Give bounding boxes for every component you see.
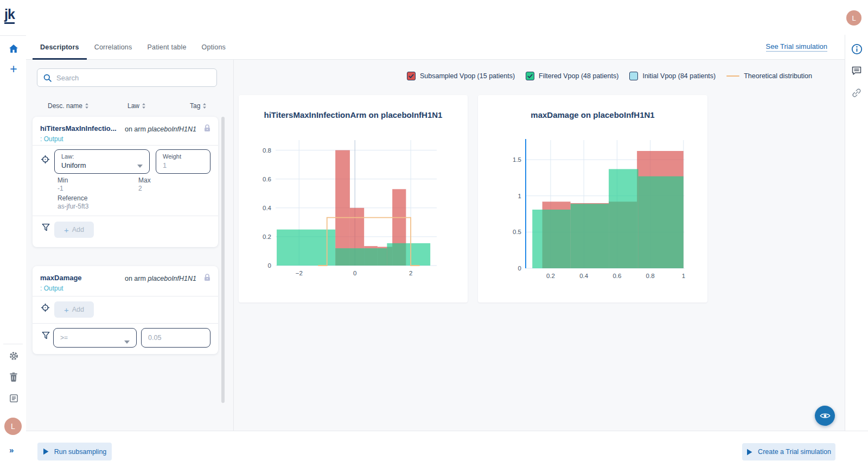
plus-icon: +: [64, 306, 69, 314]
search-input[interactable]: [56, 74, 211, 82]
histogram-maxDamage[interactable]: 0.20.40.60.8100.511.5: [478, 95, 707, 302]
add-filter-button[interactable]: + Add: [54, 222, 94, 238]
descriptor-card-hiTitersMaxInInfectionArm: hiTitersMaxInInfectio... on arm placeboI…: [33, 117, 218, 247]
sort-column-desc-name[interactable]: Desc. name: [48, 102, 127, 110]
svg-text:0: 0: [353, 270, 356, 276]
legend-item[interactable]: Theoretical distribution: [726, 72, 812, 80]
svg-text:1.5: 1.5: [513, 156, 521, 163]
see-trial-simulation-link[interactable]: See Trial simulation: [766, 42, 827, 52]
svg-text:0.5: 0.5: [513, 229, 521, 235]
legend-label: Subsampled Vpop (15 patients): [420, 72, 515, 80]
legend-label: Filtered Vpop (48 patients): [539, 72, 618, 80]
comments-icon[interactable]: [851, 65, 863, 77]
reference-label: Reference: [58, 194, 87, 202]
descriptor-type-label: : Output: [40, 135, 63, 143]
descriptor-name: hiTitersMaxInInfectio...: [40, 124, 117, 133]
legend-item[interactable]: Subsampled Vpop (15 patients): [407, 72, 515, 80]
legend-item[interactable]: Filtered Vpop (48 patients): [526, 72, 618, 80]
create-trial-simulation-button[interactable]: Create a Trial simulation: [742, 443, 835, 461]
report-document-icon[interactable]: [8, 392, 20, 404]
lock-icon[interactable]: [203, 273, 212, 284]
max-value: 2: [138, 185, 142, 192]
svg-text:1: 1: [682, 273, 685, 279]
chart-card-hiTitersMaxInInfectionArm: −20200.20.40.60.8 hiTitersMaxInInfection…: [239, 95, 468, 302]
chevron-down-icon: [137, 160, 143, 170]
home-icon[interactable]: [8, 43, 20, 55]
histogram-hiTitersMaxInInfectionArm[interactable]: −20200.20.40.60.8: [239, 95, 468, 302]
filter-operator-select[interactable]: >=: [53, 328, 137, 348]
tab-bar: Descriptors Correlations Patient table O…: [26, 35, 845, 60]
user-avatar[interactable]: L: [846, 10, 861, 26]
divider: [33, 145, 218, 146]
divider: [33, 216, 218, 216]
svg-text:0.6: 0.6: [263, 176, 271, 182]
plus-icon: +: [64, 226, 69, 234]
svg-text:−2: −2: [296, 270, 303, 276]
filter-value-input[interactable]: 0.05: [141, 328, 210, 348]
min-label: Min: [58, 176, 68, 184]
expand-sidebar-chevrons[interactable]: »: [9, 445, 14, 455]
divider: [233, 60, 234, 431]
chart-card-maxDamage: 0.20.40.60.8100.511.5 maxDamage on place…: [478, 95, 707, 302]
tab-correlations[interactable]: Correlations: [87, 35, 140, 59]
info-icon[interactable]: [851, 43, 863, 55]
sort-icon: [85, 103, 89, 109]
svg-text:0.2: 0.2: [263, 234, 271, 240]
preview-eye-button[interactable]: [815, 406, 835, 426]
svg-text:0.8: 0.8: [263, 147, 271, 154]
panel-scrollbar[interactable]: [221, 117, 225, 403]
run-subsampling-button[interactable]: Run subsampling: [37, 443, 112, 461]
weight-field[interactable]: Weight 1: [156, 149, 210, 174]
descriptor-arm: on arm placeboInfH1N1: [125, 275, 196, 282]
tab-descriptors[interactable]: Descriptors: [33, 35, 87, 59]
legend-checkbox-checked[interactable]: [526, 72, 534, 80]
tab-options[interactable]: Options: [194, 35, 233, 59]
chart-title: hiTitersMaxInInfectionArm on placeboInfH…: [239, 110, 468, 119]
footer-bar: Run subsampling Create a Trial simulatio…: [26, 431, 868, 473]
trash-icon[interactable]: [8, 371, 20, 383]
legend-label: Initial Vpop (84 patients): [642, 72, 716, 80]
descriptor-type-label: : Output: [40, 285, 63, 292]
legend-checkbox-checked[interactable]: [407, 72, 416, 80]
filter-funnel-icon: [42, 331, 50, 342]
add-law-button[interactable]: + Add: [54, 301, 94, 318]
svg-text:0.6: 0.6: [612, 273, 621, 279]
descriptor-arm: on arm placeboInfH1N1: [125, 125, 196, 133]
legend-item[interactable]: Initial Vpop (84 patients): [629, 72, 716, 80]
list-header: Desc. name Law Tag: [48, 102, 227, 110]
reference-value: as-jfur-5ft3: [58, 203, 88, 210]
svg-text:0.4: 0.4: [579, 273, 589, 279]
law-select[interactable]: Law: Uniform: [54, 149, 150, 174]
left-sidebar: jk + L »: [0, 0, 26, 473]
descriptor-card-maxDamage: maxDamage on arm placeboInfH1N1 : Output…: [33, 266, 218, 354]
sort-column-tag[interactable]: Tag: [190, 102, 207, 110]
svg-text:0.4: 0.4: [263, 205, 272, 211]
chart-legend: Subsampled Vpop (15 patients)Filtered Vp…: [407, 72, 812, 80]
descriptor-name: maxDamage: [40, 274, 82, 282]
svg-text:1: 1: [518, 193, 521, 199]
link-icon[interactable]: [851, 87, 863, 99]
lock-icon[interactable]: [203, 124, 212, 135]
app-logo[interactable]: jk: [4, 7, 15, 24]
add-icon[interactable]: +: [8, 63, 20, 75]
svg-text:2: 2: [409, 270, 412, 276]
target-icon: [41, 155, 50, 166]
legend-checkbox-unchecked[interactable]: [629, 72, 638, 80]
svg-text:0.2: 0.2: [546, 273, 555, 279]
sort-icon: [142, 103, 146, 109]
user-avatar[interactable]: L: [4, 418, 22, 435]
tab-patient-table[interactable]: Patient table: [139, 35, 194, 59]
min-value: -1: [58, 185, 63, 192]
top-header: L: [26, 0, 868, 35]
sort-icon: [202, 103, 207, 109]
sort-column-law[interactable]: Law: [127, 102, 190, 110]
divider: [33, 323, 218, 324]
settings-gear-icon[interactable]: [8, 350, 20, 362]
target-icon: [41, 303, 50, 314]
legend-label: Theoretical distribution: [744, 72, 812, 80]
filter-funnel-icon: [42, 223, 50, 234]
play-icon: [746, 449, 752, 456]
search-icon: [43, 73, 52, 83]
svg-text:0: 0: [268, 262, 271, 269]
chart-title: maxDamage on placeboInfH1N1: [478, 110, 707, 119]
